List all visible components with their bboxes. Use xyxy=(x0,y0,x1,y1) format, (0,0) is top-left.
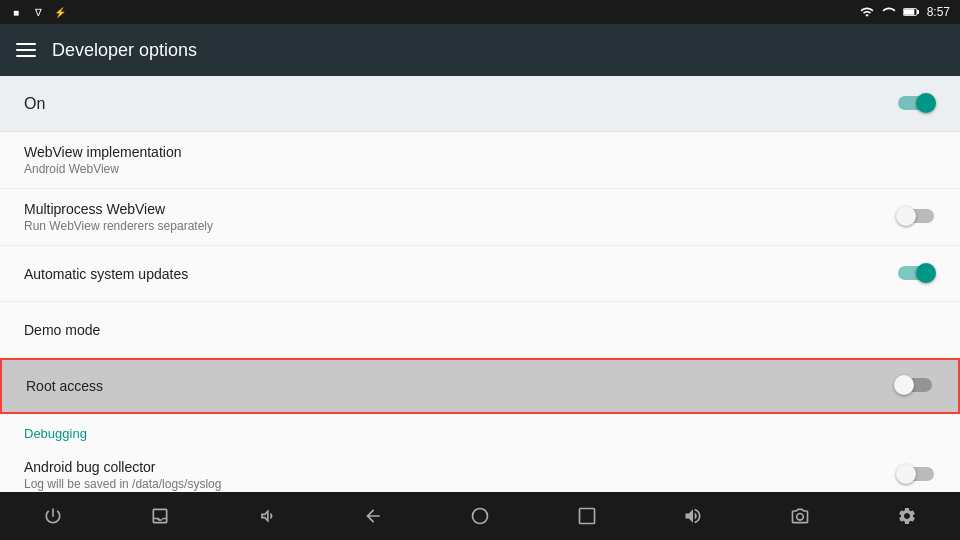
webview-subtitle: Android WebView xyxy=(24,162,181,176)
auto-updates-item[interactable]: Automatic system updates xyxy=(0,246,960,302)
nav-power[interactable] xyxy=(29,492,77,540)
auto-updates-toggle-thumb xyxy=(916,263,936,283)
bug-collector-toggle-thumb xyxy=(896,464,916,484)
root-access-toggle-thumb xyxy=(894,375,914,395)
auto-updates-title: Automatic system updates xyxy=(24,266,188,282)
bug-collector-text: Android bug collector Log will be saved … xyxy=(24,459,221,491)
bug-collector-item[interactable]: Android bug collector Log will be saved … xyxy=(0,447,960,492)
nav-settings[interactable] xyxy=(883,492,931,540)
nav-screenshot[interactable] xyxy=(776,492,824,540)
multiprocess-text: Multiprocess WebView Run WebView rendere… xyxy=(24,201,213,233)
time-display: 8:57 xyxy=(925,4,952,20)
bug-collector-title: Android bug collector xyxy=(24,459,221,475)
multiprocess-toggle[interactable] xyxy=(896,206,936,228)
svg-rect-1 xyxy=(917,10,919,14)
menu-button[interactable] xyxy=(16,43,36,57)
status-bar-left: ■ ∇ ⚡ xyxy=(8,4,68,20)
auto-updates-text: Automatic system updates xyxy=(24,266,188,282)
webview-title: WebView implementation xyxy=(24,144,181,160)
page-title: Developer options xyxy=(52,40,944,61)
debugging-header: Debugging xyxy=(0,414,960,447)
root-access-toggle[interactable] xyxy=(894,375,934,397)
root-access-text: Root access xyxy=(26,378,103,394)
auto-updates-toggle[interactable] xyxy=(896,263,936,285)
settings-content: On WebView implementation Android WebVie… xyxy=(0,76,960,492)
bug-collector-subtitle: Log will be saved in /data/logs/syslog xyxy=(24,477,221,491)
bug-collector-toggle[interactable] xyxy=(896,464,936,486)
nav-recents[interactable] xyxy=(563,492,611,540)
demo-mode-item[interactable]: Demo mode xyxy=(0,302,960,358)
svg-rect-4 xyxy=(579,509,594,524)
on-toggle-thumb xyxy=(916,93,936,113)
webview-text: WebView implementation Android WebView xyxy=(24,144,181,176)
nav-inbox[interactable] xyxy=(136,492,184,540)
battery-icon xyxy=(903,4,919,20)
nav-volume-down[interactable] xyxy=(243,492,291,540)
app-icon-1: ■ xyxy=(8,4,24,20)
on-toggle[interactable] xyxy=(896,93,936,115)
nav-home[interactable] xyxy=(456,492,504,540)
root-access-item[interactable]: Root access xyxy=(0,358,960,414)
multiprocess-title: Multiprocess WebView xyxy=(24,201,213,217)
status-bar: ■ ∇ ⚡ 8:57 xyxy=(0,0,960,24)
demo-mode-title: Demo mode xyxy=(24,322,100,338)
multiprocess-item[interactable]: Multiprocess WebView Run WebView rendere… xyxy=(0,189,960,246)
app-bar: Developer options xyxy=(0,24,960,76)
signal-icon xyxy=(881,4,897,20)
nav-back[interactable] xyxy=(349,492,397,540)
multiprocess-subtitle: Run WebView renderers separately xyxy=(24,219,213,233)
root-access-title: Root access xyxy=(26,378,103,394)
on-row: On xyxy=(0,76,960,132)
wifi-icon xyxy=(859,4,875,20)
svg-point-3 xyxy=(472,509,487,524)
webview-item[interactable]: WebView implementation Android WebView xyxy=(0,132,960,189)
status-bar-right: 8:57 xyxy=(859,4,952,20)
app-icon-2: ∇ xyxy=(30,4,46,20)
svg-rect-2 xyxy=(903,9,914,14)
app-icon-3: ⚡ xyxy=(52,4,68,20)
multiprocess-toggle-thumb xyxy=(896,206,916,226)
demo-mode-text: Demo mode xyxy=(24,322,100,338)
on-label: On xyxy=(24,95,45,113)
nav-volume-up[interactable] xyxy=(669,492,717,540)
bottom-nav xyxy=(0,492,960,540)
